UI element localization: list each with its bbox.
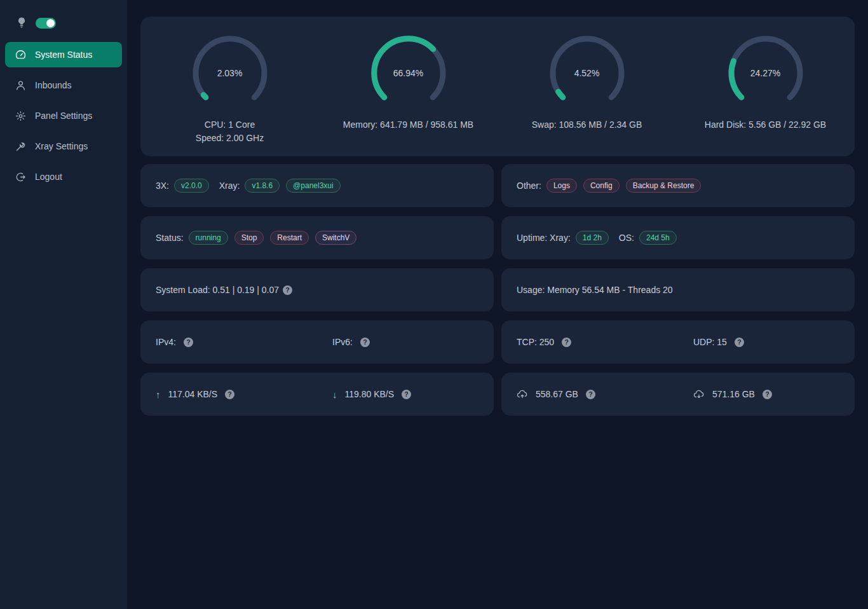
os-uptime-badge: 24d 5h <box>639 231 677 245</box>
cpu-gauge: 2.03% CPU: 1 Core Speed: 2.00 GHz <box>140 34 319 156</box>
cloud-upload-icon <box>517 389 528 399</box>
cpu-gauge-percent: 2.03% <box>191 34 269 113</box>
backup-restore-button[interactable]: Backup & Restore <box>626 179 702 193</box>
wrench-icon <box>15 141 26 152</box>
udp-block: UDP: 15 ? <box>678 337 855 347</box>
theme-toggle-row <box>5 13 122 33</box>
tcp-count: TCP: 250 <box>517 337 554 347</box>
3x-label: 3X: <box>156 181 169 191</box>
total-sent-value: 558.67 GB <box>536 389 578 399</box>
help-icon[interactable]: ? <box>360 338 370 347</box>
ipv4-block: IPv4: ? <box>140 337 317 347</box>
udp-count: UDP: 15 <box>693 337 727 347</box>
disk-gauge-percent: 24.27% <box>726 34 805 113</box>
dashboard-icon <box>15 50 26 60</box>
total-sent-block: 558.67 GB ? <box>501 389 678 399</box>
upload-speed-block: ↑ 117.04 KB/S ? <box>140 389 317 400</box>
help-icon[interactable]: ? <box>562 338 571 347</box>
swap-gauge-percent: 4.52% <box>548 34 627 113</box>
logs-button[interactable]: Logs <box>546 179 577 193</box>
theme-switch[interactable] <box>36 18 56 29</box>
ipv6-label: IPv6: <box>332 337 353 347</box>
help-icon[interactable]: ? <box>283 285 292 295</box>
help-icon[interactable]: ? <box>586 390 595 399</box>
help-icon[interactable]: ? <box>402 390 411 399</box>
usage-text: Usage: Memory 56.54 MB - Threads 20 <box>517 285 673 295</box>
cloud-download-icon <box>693 389 705 399</box>
swap-gauge-label: Swap: 108.56 MB / 2.34 GB <box>532 118 642 132</box>
xray-uptime-badge: 1d 2h <box>576 231 609 245</box>
lightbulb-icon <box>17 17 27 29</box>
upload-speed-value: 117.04 KB/S <box>168 389 218 399</box>
arrow-down-icon: ↓ <box>332 389 337 400</box>
system-load-card: System Load: 0.51 | 0.19 | 0.07 ? <box>140 268 494 311</box>
gear-icon <box>15 111 26 121</box>
disk-gauge-label: Hard Disk: 5.56 GB / 22.92 GB <box>705 118 826 132</box>
sidebar-item-logout[interactable]: Logout <box>5 164 122 189</box>
logout-icon <box>15 172 26 182</box>
connections-card: TCP: 250 ? UDP: 15 ? <box>501 320 855 364</box>
sidebar-item-panel-settings[interactable]: Panel Settings <box>5 103 122 128</box>
memory-gauge-label: Memory: 641.79 MB / 958.61 MB <box>343 118 473 132</box>
arrow-up-icon: ↑ <box>156 389 161 400</box>
sidebar-item-label: System Status <box>35 50 92 60</box>
help-icon[interactable]: ? <box>763 390 772 399</box>
uptime-xray-label: Uptime: Xray: <box>517 233 571 243</box>
traffic-totals-card: 558.67 GB ? 571.16 GB ? <box>501 373 855 416</box>
sidebar-item-label: Logout <box>35 172 62 182</box>
download-speed-block: ↓ 119.80 KB/S ? <box>317 389 494 400</box>
sidebar-item-xray-settings[interactable]: Xray Settings <box>5 133 122 159</box>
memory-gauge-percent: 66.94% <box>369 34 448 113</box>
telegram-tag[interactable]: @panel3xui <box>286 179 341 193</box>
ipv4-label: IPv4: <box>156 337 176 347</box>
other-label: Other: <box>517 181 541 191</box>
total-received-block: 571.16 GB ? <box>678 389 855 399</box>
cpu-gauge-label: CPU: 1 Core Speed: 2.00 GHz <box>196 118 264 145</box>
restart-button[interactable]: Restart <box>270 231 309 245</box>
main-content: 2.03% CPU: 1 Core Speed: 2.00 GHz 66.94%… <box>127 0 868 609</box>
sidebar-item-label: Xray Settings <box>35 141 88 151</box>
uptime-card: Uptime: Xray: 1d 2h OS: 24d 5h <box>501 216 855 259</box>
other-card: Other: Logs Config Backup & Restore <box>501 164 855 207</box>
switch-version-button[interactable]: SwitchV <box>315 231 356 245</box>
xray-label: Xray: <box>219 181 240 191</box>
help-icon[interactable]: ? <box>184 338 193 347</box>
os-label: OS: <box>619 233 634 243</box>
help-icon[interactable]: ? <box>735 338 744 347</box>
sidebar-item-label: Inbounds <box>35 80 72 90</box>
disk-gauge: 24.27% Hard Disk: 5.56 GB / 22.92 GB <box>676 34 855 156</box>
sidebar: System Status Inbounds Panel Settings Xr… <box>0 0 127 609</box>
tcp-block: TCP: 250 ? <box>501 337 678 347</box>
config-button[interactable]: Config <box>583 179 620 193</box>
version-card: 3X: v2.0.0 Xray: v1.8.6 @panel3xui <box>140 164 494 207</box>
memory-gauge: 66.94% Memory: 641.79 MB / 958.61 MB <box>319 34 498 156</box>
sidebar-item-system-status[interactable]: System Status <box>5 42 122 67</box>
status-running-badge: running <box>189 231 228 245</box>
sidebar-item-inbounds[interactable]: Inbounds <box>5 72 122 98</box>
swap-gauge: 4.52% Swap: 108.56 MB / 2.34 GB <box>498 34 676 156</box>
total-received-value: 571.16 GB <box>712 389 755 399</box>
usage-card: Usage: Memory 56.54 MB - Threads 20 <box>501 268 855 311</box>
status-label: Status: <box>156 233 184 243</box>
system-load-text: System Load: 0.51 | 0.19 | 0.07 <box>156 285 279 295</box>
xray-version-tag: v1.8.6 <box>245 179 280 193</box>
user-icon <box>15 80 26 91</box>
ipv6-block: IPv6: ? <box>317 337 494 347</box>
download-speed-value: 119.80 KB/S <box>345 389 395 399</box>
help-icon[interactable]: ? <box>225 390 234 399</box>
sidebar-item-label: Panel Settings <box>35 111 92 121</box>
stop-button[interactable]: Stop <box>234 231 264 245</box>
network-speed-card: ↑ 117.04 KB/S ? ↓ 119.80 KB/S ? <box>140 373 494 416</box>
status-card: Status: running Stop Restart SwitchV <box>140 216 494 259</box>
panel-version-tag[interactable]: v2.0.0 <box>174 179 209 193</box>
ip-card: IPv4: ? IPv6: ? <box>140 320 494 364</box>
gauges-card: 2.03% CPU: 1 Core Speed: 2.00 GHz 66.94%… <box>140 17 855 156</box>
